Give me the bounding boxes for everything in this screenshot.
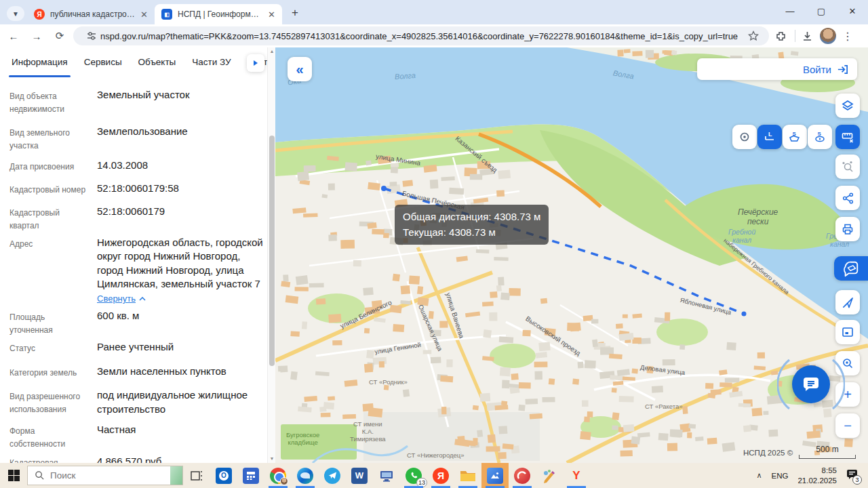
taskbar-photos-icon-active[interactable]: [481, 463, 509, 488]
search-input[interactable]: [50, 470, 170, 481]
extensions-icon[interactable]: [772, 27, 789, 45]
site-settings-icon[interactable]: [83, 27, 100, 45]
browser-tab-2-active[interactable]: ◧ НСПД | Геоинформационный ✕: [155, 4, 282, 24]
field-row-address: Адрес Нижегородская область, городской о…: [9, 236, 263, 305]
profile-avatar[interactable]: [820, 28, 836, 44]
field-row: Форма собственностиЧастная: [9, 423, 263, 450]
taskbar-paint-icon[interactable]: [536, 463, 563, 488]
browser-tab-strip: ▼ Я публичная кадастровая карта ✕ ◧ НСПД…: [0, 0, 868, 24]
tab-title: НСПД | Геоинформационный: [178, 9, 262, 19]
search-icon: [35, 470, 45, 481]
scrollbar-thumb[interactable]: [269, 136, 275, 366]
taskbar-pc-icon[interactable]: [373, 463, 400, 488]
login-icon: [836, 63, 849, 76]
taskbar-chrome-icon[interactable]: [264, 463, 292, 488]
windows-taskbar: O W 13 Я Y ∧ ENG 8:55 21.02.2025: [0, 463, 868, 488]
svg-text:S: S: [818, 131, 822, 137]
scale-bar: [799, 455, 856, 459]
taskbar-outlook-icon[interactable]: O: [210, 463, 237, 488]
object-info-panel: Информация Сервисы Объекты Части ЗУ Сост…: [0, 47, 267, 463]
notification-badge: 3: [852, 475, 862, 485]
screenshot-button[interactable]: [835, 320, 860, 344]
start-button[interactable]: [0, 463, 27, 488]
field-row: Кадастровый квартал52:18:0060179: [9, 205, 263, 232]
browser-toolbar: ← → ⟳ nspd.gov.ru/map?thematic=PKK&zoom=…: [0, 24, 868, 47]
field-row: Вид разрешенного использованияпод индиви…: [9, 388, 263, 419]
taskbar-search-box[interactable]: [27, 466, 183, 485]
tab-objects[interactable]: Объекты: [138, 57, 176, 77]
field-row: Кадастровый номер52:18:0060179:58: [9, 182, 263, 201]
taskbar-calculator-icon[interactable]: [237, 463, 264, 488]
browser-tab-1[interactable]: Я публичная кадастровая карта ✕: [27, 4, 155, 24]
window-maximize-button[interactable]: ▢: [806, 0, 837, 22]
collapse-panel-button[interactable]: «: [288, 57, 312, 81]
login-bar[interactable]: Войти: [697, 58, 857, 80]
tab-close-icon[interactable]: ✕: [140, 10, 148, 19]
window-minimize-button[interactable]: —: [774, 0, 806, 22]
field-row: СтатусРанее учтенный: [9, 340, 263, 361]
search-highlight-image[interactable]: [170, 466, 183, 485]
taskbar-video-editor-icon[interactable]: [509, 463, 536, 488]
back-button[interactable]: ←: [4, 26, 23, 45]
bookmark-star-icon[interactable]: [745, 27, 762, 45]
share-icon: [842, 192, 854, 205]
taskbar-word-icon[interactable]: W: [346, 463, 373, 488]
reload-button[interactable]: ⟳: [50, 26, 69, 45]
print-button[interactable]: [835, 217, 860, 241]
taskbar-whatsapp-icon[interactable]: 13: [400, 463, 427, 488]
identify-tool-button-active[interactable]: [834, 256, 868, 281]
field-row: Категория земельЗемли населенных пунктов: [9, 365, 263, 384]
measure-length-icon: L: [763, 130, 776, 144]
print-icon: [841, 222, 854, 236]
share-button[interactable]: [835, 186, 860, 210]
tab-information[interactable]: Информация: [12, 57, 68, 77]
taskbar-y-shortcut-icon[interactable]: Y: [563, 463, 590, 488]
forward-button[interactable]: →: [27, 26, 46, 45]
tray-time: 8:55: [797, 466, 837, 476]
nspd-favicon-icon: ◧: [161, 9, 172, 20]
navigation-arrow-icon: [842, 296, 854, 309]
collapse-address-link[interactable]: Свернуть: [97, 293, 146, 304]
task-view-icon: [190, 469, 203, 483]
taskbar-edge-icon[interactable]: [292, 463, 319, 488]
panel-tabs: Информация Сервисы Объекты Части ЗУ Сост…: [0, 47, 267, 78]
taskbar-telegram-icon[interactable]: [319, 463, 346, 488]
map-canvas[interactable]: ОкаВолгаВолгаВолгаулица МининаКазанский …: [275, 47, 868, 463]
measure-area-button[interactable]: S: [783, 125, 807, 149]
tab-search-button[interactable]: ▼: [7, 6, 24, 21]
window-controls: — ▢ ✕: [774, 0, 868, 22]
layers-button[interactable]: [835, 94, 860, 118]
menu-kebab-icon[interactable]: ⋮: [839, 27, 856, 45]
task-view-button[interactable]: [183, 463, 210, 488]
field-row: Дата присвоения14.03.2008: [9, 159, 263, 178]
tab-close-icon[interactable]: ✕: [268, 10, 275, 19]
language-indicator[interactable]: ENG: [772, 472, 789, 480]
tray-expand-icon[interactable]: ∧: [756, 471, 762, 480]
measure-clear-button[interactable]: [835, 125, 860, 149]
navigate-button[interactable]: [835, 290, 860, 314]
measure-point-button[interactable]: [732, 125, 757, 149]
measure-point-icon: [738, 131, 751, 143]
new-tab-button[interactable]: +: [286, 4, 304, 22]
taskbar-clock[interactable]: 8:55 21.02.2025: [797, 466, 837, 486]
tab-services[interactable]: Сервисы: [84, 57, 122, 77]
taskbar-explorer-icon[interactable]: [454, 463, 481, 488]
panel-scrollbar[interactable]: ▲ ▼: [267, 47, 275, 463]
address-bar[interactable]: nspd.gov.ru/map?thematic=PKK&zoom=13.745…: [73, 26, 769, 45]
measure-length-button-active[interactable]: L: [757, 125, 782, 149]
field-row: Площадь уточненная600 кв. м: [9, 309, 263, 336]
window-close-button[interactable]: ✕: [837, 0, 868, 22]
notification-center-button[interactable]: 3: [846, 469, 859, 483]
download-icon[interactable]: [798, 27, 816, 45]
measure-circle-area-button[interactable]: S: [808, 125, 832, 149]
chat-button[interactable]: [792, 365, 830, 403]
map-attribution: НСПД 2025 ©: [743, 449, 793, 457]
scale-label: 500 m: [799, 445, 856, 454]
tabs-scroll-right-button[interactable]: [247, 54, 264, 72]
taskbar-yandex-icon[interactable]: Я: [427, 463, 454, 488]
tab-zu-parts[interactable]: Части ЗУ: [192, 57, 231, 77]
identify-tool-icon: [842, 260, 860, 277]
object-search-icon: [841, 160, 854, 174]
object-search-button[interactable]: [835, 155, 860, 179]
chat-bubble-icon: [802, 375, 821, 394]
